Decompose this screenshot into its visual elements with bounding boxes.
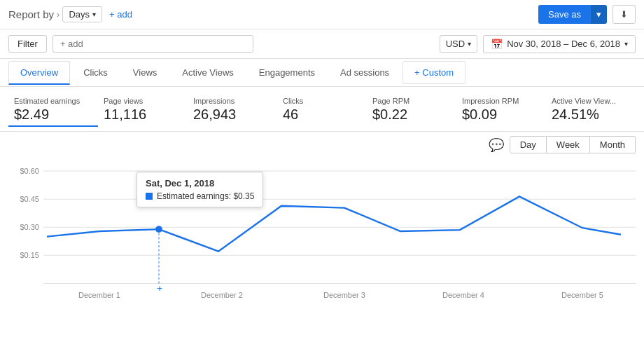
- period-month-button[interactable]: Month: [590, 136, 636, 153]
- metric-label: Active View View...: [552, 97, 630, 105]
- metric-label: Page views: [104, 97, 182, 105]
- svg-text:+: +: [157, 283, 162, 294]
- tab-overview[interactable]: Overview: [8, 61, 70, 85]
- metric-value: 11,116: [104, 107, 182, 123]
- metric-page-rpm[interactable]: Page RPM $0.22: [367, 94, 456, 127]
- svg-text:December 4: December 4: [442, 292, 484, 300]
- tooltip-label: Estimated earnings: $0.35: [157, 191, 254, 201]
- chevron-icon: ›: [57, 9, 59, 20]
- tabs-bar: Overview Clicks Views Active Views Engag…: [0, 59, 644, 87]
- tab-engagements[interactable]: Engagements: [247, 61, 327, 84]
- tab-clicks[interactable]: Clicks: [71, 61, 120, 84]
- tooltip-dot: [146, 193, 153, 200]
- metric-label: Estimated earnings: [14, 97, 92, 105]
- svg-text:December 5: December 5: [561, 292, 603, 300]
- metric-impression-rpm[interactable]: Impression RPM $0.09: [456, 94, 546, 127]
- metric-value: 46: [283, 107, 361, 123]
- metric-estimated-earnings[interactable]: Estimated earnings $2.49: [8, 94, 98, 127]
- download-icon: ⬇: [620, 9, 628, 20]
- days-dropdown[interactable]: Days ▾: [62, 6, 102, 22]
- metric-clicks[interactable]: Clicks 46: [277, 94, 367, 127]
- chevron-down-icon: ▾: [596, 9, 601, 20]
- download-button[interactable]: ⬇: [612, 5, 636, 24]
- date-range-picker[interactable]: 📅 Nov 30, 2018 – Dec 6, 2018 ▾: [483, 35, 636, 53]
- svg-text:December 3: December 3: [323, 292, 365, 300]
- filter-button[interactable]: Filter: [8, 35, 47, 53]
- metric-label: Page RPM: [372, 97, 451, 105]
- svg-text:December 2: December 2: [201, 292, 243, 300]
- tab-views[interactable]: Views: [121, 61, 169, 84]
- tab-ad-sessions[interactable]: Ad sessions: [328, 61, 401, 84]
- metric-page-views[interactable]: Page views 11,116: [98, 94, 188, 127]
- chart-svg: $0.60 $0.45 $0.30 $0.15 + December 1 Dec…: [8, 158, 636, 305]
- tooltip-date: Sat, Dec 1, 2018: [146, 178, 254, 189]
- metric-active-view[interactable]: Active View View... 24.51%: [546, 94, 636, 127]
- chart-point-dec1: [155, 226, 162, 233]
- save-as-button[interactable]: Save as: [538, 5, 591, 24]
- tab-active-views[interactable]: Active Views: [170, 61, 245, 84]
- add-link[interactable]: + add: [109, 9, 132, 20]
- filter-bar: Filter USD ▾ 📅 Nov 30, 2018 – Dec 6, 201…: [0, 29, 644, 59]
- metric-value: 26,943: [193, 107, 272, 123]
- report-by-label: Report by: [8, 8, 54, 20]
- tooltip-item: Estimated earnings: $0.35: [146, 191, 254, 201]
- top-bar: Report by › Days ▾ + add Save as ▾ ⬇: [0, 0, 644, 29]
- metric-value: $0.22: [372, 107, 451, 123]
- period-day-button[interactable]: Day: [510, 136, 547, 153]
- period-week-button[interactable]: Week: [547, 136, 590, 153]
- metrics-row: Estimated earnings $2.49 Page views 11,1…: [0, 87, 644, 132]
- metric-value: $0.09: [462, 107, 540, 123]
- metric-impressions[interactable]: Impressions 26,943: [188, 94, 277, 127]
- filter-input[interactable]: [52, 35, 253, 53]
- comment-icon[interactable]: 💬: [489, 137, 504, 153]
- chart-controls: 💬 Day Week Month: [0, 132, 644, 158]
- save-as-dropdown-button[interactable]: ▾: [591, 5, 607, 24]
- chart-tooltip: Sat, Dec 1, 2018 Estimated earnings: $0.…: [136, 172, 263, 207]
- svg-text:$0.45: $0.45: [20, 195, 39, 203]
- tab-custom[interactable]: + Custom: [402, 61, 465, 84]
- svg-text:$0.60: $0.60: [20, 167, 39, 175]
- chart-area: $0.60 $0.45 $0.30 $0.15 + December 1 Dec…: [0, 158, 644, 305]
- calendar-icon: 📅: [491, 39, 503, 50]
- svg-text:December 1: December 1: [78, 292, 120, 300]
- currency-dropdown[interactable]: USD ▾: [440, 35, 477, 53]
- svg-text:$0.30: $0.30: [20, 223, 39, 231]
- metric-label: Impressions: [193, 97, 272, 105]
- metric-label: Clicks: [283, 97, 361, 105]
- metric-value: 24.51%: [552, 107, 630, 123]
- metric-label: Impression RPM: [462, 97, 540, 105]
- svg-text:$0.15: $0.15: [20, 251, 39, 259]
- metric-value: $2.49: [14, 107, 92, 123]
